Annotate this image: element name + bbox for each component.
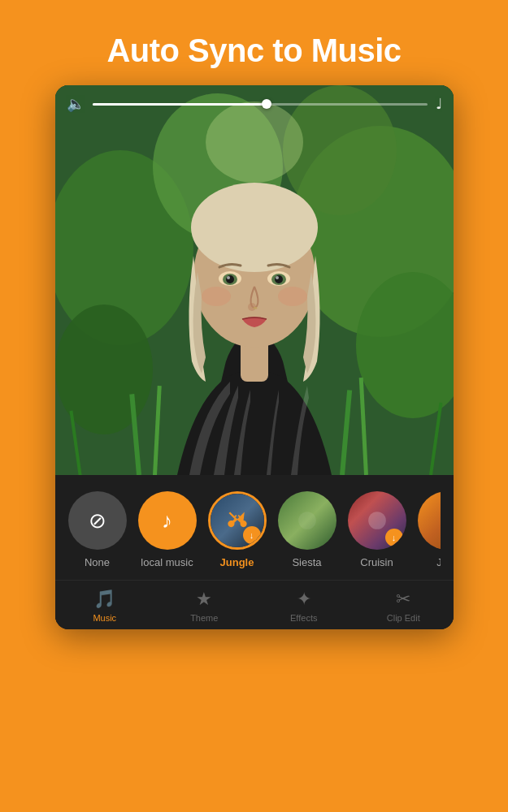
music-items-row: ⊘ None ♪ local music — [68, 491, 441, 568]
music-icon: ♪ — [162, 508, 172, 533]
cruisin-thumb[interactable]: ↓ — [348, 491, 406, 550]
siesta-bg — [278, 491, 336, 550]
theme-nav-icon: ★ — [196, 589, 212, 610]
effects-nav-icon: ✦ — [297, 589, 311, 610]
jungle-download-badge: ↓ — [243, 526, 261, 544]
app-container: Auto Sync to Music — [0, 0, 508, 812]
svg-point-29 — [368, 512, 386, 529]
clip-edit-nav-icon: ✂ — [396, 589, 410, 610]
phone-mockup: 🔈 ♩ ⊘ None — [55, 85, 454, 629]
svg-point-24 — [276, 276, 279, 279]
cruisin-bg: ↓ — [348, 491, 406, 550]
portrait-image — [55, 85, 454, 475]
none-icon: ⊘ — [89, 508, 106, 533]
clip-edit-nav-label: Clip Edit — [387, 613, 420, 623]
siesta-icon — [297, 510, 318, 531]
siesta-label: Siesta — [292, 556, 321, 568]
none-label: None — [85, 556, 110, 568]
last-thumb[interactable] — [418, 491, 441, 550]
nav-item-music[interactable]: 🎵 Music — [55, 581, 155, 629]
svg-point-7 — [206, 102, 303, 183]
local-label: local music — [141, 556, 193, 568]
music-panel: ⊘ None ♪ local music — [55, 475, 454, 580]
cruisin-download-badge: ↓ — [385, 529, 403, 546]
last-bg — [418, 491, 441, 550]
progress-fill — [93, 103, 267, 106]
music-item-siesta[interactable]: Siesta — [278, 491, 336, 568]
volume-icon: 🔈 — [67, 95, 85, 113]
svg-point-21 — [226, 275, 234, 283]
svg-point-27 — [278, 287, 307, 306]
none-thumb[interactable]: ⊘ — [68, 491, 127, 550]
music-item-jungle[interactable]: ↓ Jungle — [208, 491, 267, 568]
svg-point-28 — [298, 512, 316, 529]
jungle-thumb[interactable]: ↓ — [208, 491, 267, 550]
music-item-none[interactable]: ⊘ None — [68, 491, 127, 568]
player-controls: 🔈 ♩ — [55, 95, 454, 113]
music-item-last[interactable]: Ju... — [418, 491, 441, 568]
theme-nav-label: Theme — [190, 613, 218, 623]
page-title: Auto Sync to Music — [106, 32, 401, 69]
svg-point-5 — [55, 304, 153, 434]
music-item-cruisin[interactable]: ↓ Cruisin — [348, 491, 406, 568]
local-thumb[interactable]: ♪ — [138, 491, 197, 550]
effects-nav-label: Effects — [290, 613, 317, 623]
svg-point-23 — [227, 276, 230, 279]
nav-item-theme[interactable]: ★ Theme — [154, 581, 254, 629]
video-player: 🔈 ♩ — [55, 85, 454, 475]
progress-bar[interactable] — [93, 103, 428, 106]
cruisin-label: Cruisin — [360, 556, 393, 568]
cruisin-icon — [367, 510, 388, 531]
nav-item-clip-edit[interactable]: ✂ Clip Edit — [354, 581, 454, 629]
music-nav-icon: 🎵 — [93, 589, 115, 610]
top-section: Auto Sync to Music — [0, 0, 508, 646]
last-label: Ju... — [436, 556, 440, 568]
progress-thumb[interactable] — [262, 99, 271, 109]
jungle-bg: ↓ — [211, 494, 264, 547]
svg-point-26 — [202, 287, 231, 306]
bottom-nav: 🎵 Music ★ Theme ✦ Effects ✂ Clip Edit — [55, 580, 454, 629]
svg-point-22 — [275, 275, 283, 283]
music-item-local[interactable]: ♪ local music — [138, 491, 197, 568]
music-note-icon: ♩ — [436, 95, 442, 113]
music-nav-label: Music — [93, 613, 116, 623]
siesta-thumb[interactable] — [278, 491, 336, 550]
nav-item-effects[interactable]: ✦ Effects — [254, 581, 354, 629]
svg-point-16 — [191, 183, 318, 272]
jungle-label: Jungle — [220, 556, 254, 568]
